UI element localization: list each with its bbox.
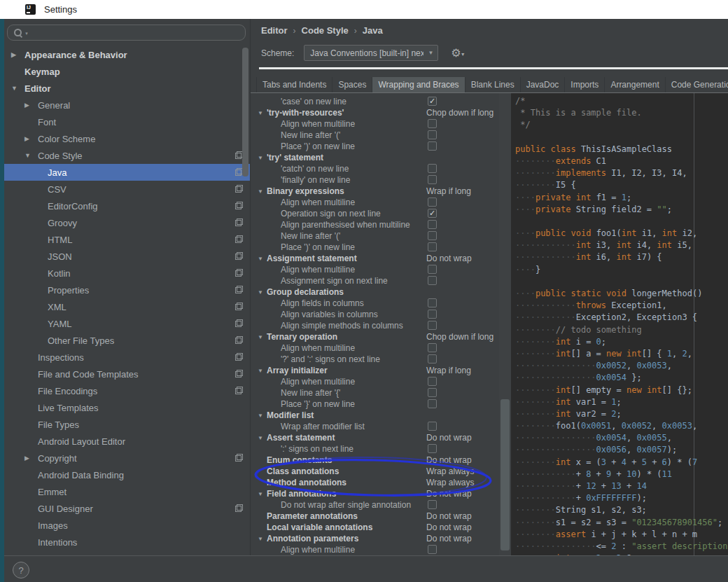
scrollbar-thumb[interactable] [242,48,248,176]
checkbox[interactable] [428,175,437,184]
checkbox[interactable] [428,545,437,554]
checkbox[interactable] [428,242,437,251]
sidebar-item[interactable]: EditorConfig [4,198,250,214]
sidebar-item[interactable]: Kotlin [4,265,250,282]
setting-row[interactable]: Local variable annotations Do not wrap [255,522,499,533]
sidebar-item[interactable]: ▶ Copyright [4,450,250,466]
sidebar-item[interactable]: Other File Types [4,332,250,349]
sidebar-item[interactable]: JSON [4,248,250,265]
setting-row[interactable]: ':' signs on next line [255,443,499,455]
scrollbar-thumb[interactable] [500,399,510,550]
checkbox[interactable] [428,354,437,363]
setting-row[interactable]: Place ')' on new line [255,242,499,253]
setting-row[interactable]: ▼ Ternary operation Chop down if long [255,331,499,342]
checkbox[interactable] [428,310,437,319]
sidebar-item[interactable]: ▼ Editor [4,80,250,97]
tree-expand-icon[interactable]: ▼ [11,85,24,92]
help-button[interactable]: ? [13,562,29,578]
sidebar-item[interactable]: Keymap [4,63,250,80]
collapse-arrow-icon[interactable]: ▼ [258,110,267,116]
sidebar-scrollbar[interactable] [242,19,248,555]
collapse-arrow-icon[interactable]: ▼ [258,289,267,296]
setting-row[interactable]: Align parenthesised when multiline [255,219,499,230]
settings-scrollbar[interactable] [499,93,511,555]
search-input[interactable]: ▼ [7,25,246,41]
setting-row[interactable]: '?' and ':' signs on next line [255,354,499,365]
checkbox[interactable] [428,231,437,240]
setting-row[interactable]: Class annotations Wrap always [255,466,499,477]
scheme-gear-button[interactable]: ⚙▼ [451,48,461,59]
tab[interactable]: Blank Lines [465,77,521,93]
setting-row[interactable]: Place '}' on new line [255,399,499,410]
sidebar-item[interactable]: Font [4,113,250,130]
setting-row[interactable]: Do not wrap after single annotation [255,499,499,511]
setting-row[interactable]: Enum constants Do not wrap [255,455,499,466]
collapse-arrow-icon[interactable]: ▼ [258,188,267,195]
checkbox[interactable] [428,500,437,509]
tab[interactable]: Code Generation [666,77,728,93]
collapse-arrow-icon[interactable]: ▼ [258,536,267,542]
tree-expand-icon[interactable]: ▶ [24,135,38,142]
wrap-option-value[interactable]: Do not wrap [426,455,472,466]
tree-expand-icon[interactable]: ▶ [24,102,38,109]
setting-row[interactable]: Place ')' on new line [255,141,499,152]
sidebar-item[interactable]: CSV [4,181,250,198]
sidebar-item[interactable]: File Types [4,416,250,433]
setting-row[interactable]: ▼ 'try-with-resources' Chop down if long [255,107,499,118]
setting-row[interactable]: 'catch' on new line [255,163,499,174]
tab[interactable]: Arrangement [605,77,665,93]
sidebar-item[interactable]: ▶ Appearance & Behavior [4,46,250,63]
sidebar-item[interactable]: File Encodings [4,382,250,399]
sidebar-item[interactable]: Groovy [4,214,250,231]
checkbox[interactable] [428,164,437,173]
sidebar-item[interactable]: ▶ General [4,97,250,113]
collapse-arrow-icon[interactable]: ▼ [258,256,267,262]
setting-row[interactable]: Align when multiline [255,118,499,130]
setting-row[interactable]: Wrap after modifier list [255,421,499,432]
wrap-option-value[interactable]: Do not wrap [426,432,472,443]
checkbox[interactable] [428,399,437,408]
tab[interactable]: Imports [565,77,605,93]
checkbox[interactable] [428,141,437,151]
sidebar-item[interactable]: HTML [4,231,250,248]
sidebar-item[interactable]: YAML [4,315,250,332]
checkbox[interactable]: ✓ [428,97,437,106]
setting-row[interactable]: ▼ 'try' statement [255,152,499,163]
wrap-option-value[interactable]: Do not wrap [426,533,472,544]
sidebar-item[interactable]: Live Templates [4,399,250,416]
setting-row[interactable]: Align when multiline [255,376,499,387]
checkbox[interactable] [428,220,437,229]
setting-row[interactable]: Align variables in columns [255,309,499,320]
setting-row[interactable]: ▼ Assignment statement Do not wrap [255,253,499,264]
setting-row[interactable]: Parameter annotations Do not wrap [255,511,499,522]
setting-row[interactable]: ▼ Assert statement Do not wrap [255,432,499,443]
setting-row[interactable]: Align simple methods in columns [255,320,499,331]
setting-row[interactable]: Operation sign on next line ✓ [255,208,499,219]
setting-row[interactable]: ▼ Modifier list [255,410,499,421]
wrap-option-value[interactable]: Do not wrap [426,488,472,499]
sidebar-item[interactable]: GUI Designer [4,500,250,517]
setting-row[interactable]: Align when multiline [255,197,499,208]
sidebar-item[interactable]: Android Data Binding [4,466,250,483]
setting-row[interactable]: ▼ Field annotations Do not wrap [255,488,499,499]
setting-row[interactable]: ▼ Array initializer Wrap if long [255,365,499,376]
checkbox[interactable] [428,265,437,274]
sidebar-item[interactable]: File and Code Templates [4,366,250,382]
checkbox[interactable] [428,198,437,207]
setting-row[interactable]: 'case' on new line ✓ [255,96,499,107]
checkbox[interactable] [428,119,437,128]
tree-expand-icon[interactable]: ▶ [24,455,38,462]
scheme-select[interactable]: Java Conventions [built-in] nex ▼ [304,45,438,61]
collapse-arrow-icon[interactable]: ▼ [258,368,267,374]
checkbox[interactable] [428,276,437,285]
setting-row[interactable]: Assignment sign on next line [255,275,499,286]
wrap-option-value[interactable]: Do not wrap [426,522,472,533]
sidebar-item[interactable]: Images [4,517,250,534]
tab[interactable]: Spaces [332,77,372,93]
wrap-option-value[interactable]: Chop down if long [426,331,493,342]
checkbox[interactable]: ✓ [428,209,437,218]
wrap-option-value[interactable]: Wrap always [426,466,474,477]
wrap-option-value[interactable]: Do not wrap [426,511,472,522]
checkbox[interactable] [428,298,437,307]
sidebar-item[interactable]: ▼ Code Style [4,147,250,164]
